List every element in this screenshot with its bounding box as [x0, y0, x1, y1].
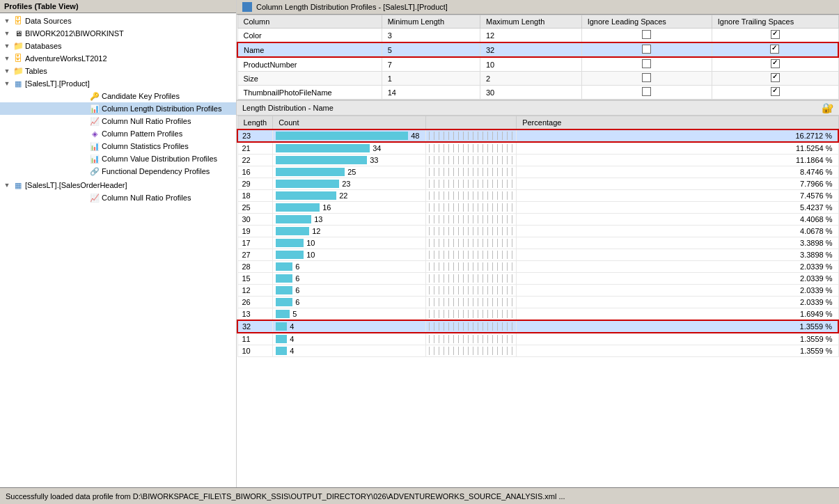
table-row[interactable]: Size 1 2 ✓ [237, 72, 838, 86]
db-label: AdventureWorksLT2012 [24, 54, 107, 63]
list-item[interactable]: 28 6 2.0339 % [237, 261, 838, 273]
cell-length: 13 [237, 308, 273, 321]
cell-minlen: 7 [382, 57, 480, 72]
cell-pct-bar [426, 214, 517, 226]
checkbox[interactable] [642, 45, 651, 54]
list-item[interactable]: 32 4 1.3559 % [237, 320, 838, 333]
tree-item-db[interactable]: ▼ 🗄 AdventureWorksLT2012 [0, 52, 236, 65]
datasource-icon: 🗄 [13, 15, 24, 26]
cell-maxlen: 2 [480, 72, 582, 86]
cell-count: 4 [273, 345, 426, 357]
tree-item-column-pattern[interactable]: ◈ Column Pattern Profiles [0, 127, 236, 140]
list-item[interactable]: 10 4 1.3559 % [237, 345, 838, 357]
cell-minlen: 5 [382, 42, 480, 57]
cell-count: 22 [273, 190, 426, 202]
cell-length: 12 [237, 285, 273, 297]
cell-pct-bar [426, 142, 517, 155]
tree-item-datasources[interactable]: ▼ 🗄 Data Sources [0, 15, 236, 27]
checkbox[interactable]: ✓ [771, 73, 780, 82]
value-dist-icon: 📊 [89, 153, 100, 164]
checkbox[interactable] [642, 87, 651, 96]
list-item[interactable]: 17 10 3.3898 % [237, 237, 838, 249]
list-item[interactable]: 23 48 16.2712 % [237, 129, 838, 142]
cell-length: 10 [237, 345, 273, 357]
expand-icon-tables: ▼ [1, 65, 13, 77]
tree-item-candidate-key[interactable]: 🔑 Candidate Key Profiles [0, 90, 236, 102]
tree-item-server[interactable]: ▼ 🖥 BIWORK2012\BIWORKINST [0, 27, 236, 40]
tree-item-func-dep[interactable]: 🔗 Functional Dependency Profiles [0, 165, 236, 178]
cell-pct-value: 4.4068 % [517, 214, 838, 226]
tree-item-table2[interactable]: ▼ ▦ [SalesLT].[SalesOrderHeader] [0, 179, 236, 191]
expand-leaf5 [78, 141, 89, 152]
checkbox[interactable]: ✓ [771, 30, 780, 39]
list-item[interactable]: 21 34 11.5254 % [237, 142, 838, 155]
expand-leaf8 [78, 192, 89, 203]
func-dep-icon: 🔗 [89, 166, 100, 177]
checkbox[interactable] [642, 30, 651, 39]
list-item[interactable]: 12 6 2.0339 % [237, 285, 838, 297]
list-item[interactable]: 16 25 8.4746 % [237, 166, 838, 178]
table2-icon: ▦ [13, 180, 24, 191]
cell-ignore-trailing[interactable]: ✓ [712, 57, 838, 72]
checkbox[interactable]: ✓ [771, 87, 780, 96]
checkbox[interactable] [642, 59, 651, 68]
list-item[interactable]: 22 33 11.1864 % [237, 155, 838, 166]
col-header-ignore-leading: Ignore Leading Spaces [581, 15, 712, 29]
app-container: Profiles (Table View) ▼ 🗄 Data Sources ▼… [0, 0, 839, 504]
list-item[interactable]: 13 5 1.6949 % [237, 308, 838, 321]
tree-item-table1[interactable]: ▼ ▦ [SalesLT].[Product] [0, 77, 236, 90]
list-item[interactable]: 19 12 4.0678 % [237, 226, 838, 237]
tree-item-column-length[interactable]: 📊 Column Length Distribution Profiles [0, 102, 236, 115]
tables-label: Tables [24, 67, 47, 75]
tree-item-tables[interactable]: ▼ 📁 Tables [0, 65, 236, 77]
cell-maxlen: 10 [480, 57, 582, 72]
list-item[interactable]: 18 22 7.4576 % [237, 190, 838, 202]
cell-pct-bar [426, 345, 517, 357]
tree-item-column-stats[interactable]: 📊 Column Statistics Profiles [0, 140, 236, 152]
table-row[interactable]: Name 5 32 ✓ [237, 42, 838, 57]
cell-ignore-trailing[interactable]: ✓ [712, 86, 838, 100]
list-item[interactable]: 27 10 3.3898 % [237, 249, 838, 261]
tree-item-databases[interactable]: ▼ 📁 Databases [0, 40, 236, 52]
list-item[interactable]: 29 23 7.7966 % [237, 178, 838, 190]
cell-ignore-trailing[interactable]: ✓ [712, 72, 838, 86]
expand-icon-server: ▼ [1, 28, 13, 39]
cell-pct-value: 3.3898 % [517, 237, 838, 249]
cell-ignore-leading[interactable] [581, 72, 712, 86]
list-item[interactable]: 25 16 5.4237 % [237, 202, 838, 214]
tree-item-column-null2[interactable]: 📈 Column Null Ratio Profiles [0, 191, 236, 204]
cell-pct-value: 2.0339 % [517, 297, 838, 308]
cell-ignore-leading[interactable] [581, 86, 712, 100]
cell-length: 22 [237, 155, 273, 166]
list-item[interactable]: 15 6 2.0339 % [237, 273, 838, 285]
expand-leaf3 [78, 116, 89, 127]
table-row[interactable]: ThumbnailPhotoFileName 14 30 ✓ [237, 86, 838, 100]
cell-pct-value: 4.0678 % [517, 226, 838, 237]
candidate-key-label: Candidate Key Profiles [100, 92, 180, 100]
list-item[interactable]: 11 4 1.3559 % [237, 333, 838, 345]
section-title: Length Distribution - Name [242, 104, 334, 112]
section-header: Length Distribution - Name 🔐 [237, 101, 839, 116]
cell-ignore-leading[interactable] [581, 42, 712, 57]
checkbox[interactable] [642, 73, 651, 82]
col-header-maxlen: Maximum Length [480, 15, 582, 29]
table-row[interactable]: Color 3 12 ✓ [237, 29, 838, 43]
checkbox[interactable]: ✓ [771, 59, 780, 68]
table-row[interactable]: ProductNumber 7 10 ✓ [237, 57, 838, 72]
dist-table-container[interactable]: Length Count Percentage 23 48 [237, 116, 839, 487]
cell-ignore-leading[interactable] [581, 57, 712, 72]
cell-ignore-leading[interactable] [581, 29, 712, 43]
tree-item-column-value[interactable]: 📊 Column Value Distribution Profiles [0, 152, 236, 165]
tree-item-column-null[interactable]: 📈 Column Null Ratio Profiles [0, 115, 236, 127]
cell-ignore-trailing[interactable]: ✓ [712, 42, 838, 57]
cell-pct-bar [426, 273, 517, 285]
list-item[interactable]: 26 6 2.0339 % [237, 297, 838, 308]
cell-count: 25 [273, 166, 426, 178]
col-header-ignore-trailing: Ignore Trailing Spaces [712, 15, 838, 29]
cell-ignore-trailing[interactable]: ✓ [712, 29, 838, 43]
list-item[interactable]: 30 13 4.4068 % [237, 214, 838, 226]
cell-pct-value: 3.3898 % [517, 249, 838, 261]
checkbox[interactable]: ✓ [770, 45, 779, 54]
main-area: Profiles (Table View) ▼ 🗄 Data Sources ▼… [0, 0, 839, 487]
cell-maxlen: 32 [480, 42, 582, 57]
